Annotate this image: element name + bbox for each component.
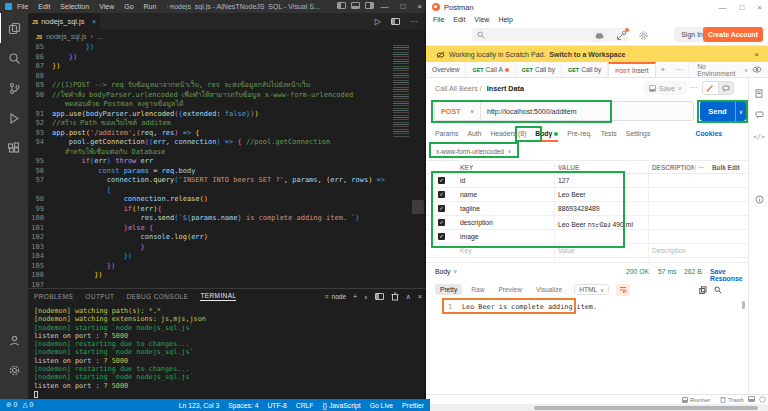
run-file-icon[interactable]: ▷	[375, 17, 381, 26]
tab-close-icon[interactable]: ×	[92, 18, 96, 25]
explorer-icon[interactable]	[0, 13, 28, 43]
panel-tab-output[interactable]: OUTPUT	[85, 293, 114, 300]
postman-menu-file[interactable]: File	[433, 16, 444, 23]
response-status-badge[interactable]: 200 OK	[626, 268, 649, 275]
panel-tab-problems[interactable]: PROBLEMS	[34, 293, 73, 300]
breadcrumb-file[interactable]: nodejs_sql.js	[46, 33, 86, 40]
breadcrumb[interactable]: JS nodejs_sql.js › ...	[28, 30, 426, 43]
placeholder-description[interactable]: Description	[652, 247, 686, 254]
postman-close-button[interactable]: ×	[757, 3, 762, 12]
row-key[interactable]: id	[460, 177, 465, 184]
settings-gear-icon[interactable]	[637, 29, 650, 42]
config-tab-auth[interactable]: Auth	[467, 130, 481, 137]
postman-menu-edit[interactable]: Edit	[453, 16, 465, 23]
banner-close-icon[interactable]: ×	[754, 50, 759, 59]
trash-button[interactable]: Trash	[720, 396, 744, 403]
breadcrumb-more[interactable]: ...	[97, 33, 103, 40]
environment-selector[interactable]: No Environment∨	[688, 62, 768, 77]
response-tab-preview[interactable]: Preview	[493, 284, 526, 295]
config-tab-headers-8-[interactable]: Headers (8)	[490, 130, 526, 137]
copy-response-icon[interactable]	[699, 286, 707, 294]
wrap-text-icon[interactable]	[616, 284, 630, 296]
form-row-name[interactable]: ✓nameLeo Beer	[426, 188, 748, 202]
tab-options-icon[interactable]: ···	[670, 62, 688, 77]
row-checkbox[interactable]: ✓	[438, 205, 445, 212]
settings-gear-icon[interactable]	[0, 355, 28, 385]
form-row-id[interactable]: ✓id127	[426, 174, 748, 188]
menu-edit[interactable]: Edit	[38, 3, 50, 10]
response-tab-pretty[interactable]: Pretty	[435, 284, 462, 295]
send-button[interactable]: Send ∨	[700, 101, 746, 121]
row-key[interactable]: tagline	[460, 205, 480, 212]
edit-pencil-icon[interactable]	[703, 82, 718, 94]
tab-nodejs-sql-js[interactable]: JS nodejs_sql.js ×	[28, 13, 100, 30]
method-selector[interactable]: POST ∨	[435, 102, 481, 120]
row-value[interactable]: 127	[558, 177, 569, 184]
panel-toggle-icon[interactable]	[748, 396, 755, 402]
comments-icon[interactable]	[749, 104, 768, 126]
toggle-panel-icon[interactable]	[351, 2, 360, 9]
switch-workspace-link[interactable]: Switch to a Workspace	[549, 51, 625, 58]
errors-indicator[interactable]: ⊘ 0	[6, 401, 17, 409]
editor-more-actions-icon[interactable]: ···	[410, 17, 418, 26]
menu-view[interactable]: View	[99, 3, 114, 10]
split-editor-icon[interactable]	[391, 18, 400, 25]
status-go-live[interactable]: Go Live	[370, 402, 393, 409]
toggle-sidebar-icon[interactable]	[337, 2, 346, 9]
toggle-secondary-sidebar-icon[interactable]	[365, 2, 374, 9]
encoding-selector[interactable]: x-www-form-urlencoded ∨	[436, 148, 512, 155]
tab-insert[interactable]: POSTInsert	[608, 62, 655, 77]
capture-requests-icon[interactable]	[615, 29, 628, 42]
postman-menu-help[interactable]: Help	[498, 16, 512, 23]
request-more-actions-icon[interactable]: ···	[690, 83, 698, 92]
row-checkbox[interactable]: ✓	[438, 177, 445, 184]
maximize-panel-icon[interactable]: ∧	[406, 293, 411, 301]
terminal-output[interactable]: [nodemon] watching path(s): *.*[nodemon]…	[34, 307, 426, 399]
split-terminal-icon[interactable]	[375, 293, 384, 300]
row-key[interactable]: name	[460, 191, 477, 198]
new-terminal-icon[interactable]: +	[353, 293, 357, 300]
status-utf-8[interactable]: UTF-8	[267, 402, 286, 409]
documentation-icon[interactable]	[749, 82, 768, 104]
account-icon[interactable]	[0, 325, 28, 355]
response-body-viewer[interactable]: 1 Leo Beer is complete adding item.	[426, 298, 748, 394]
search-response-icon[interactable]	[714, 286, 722, 294]
create-account-button[interactable]: Create Account	[703, 27, 763, 42]
extensions-icon[interactable]	[0, 133, 28, 163]
response-tab-visualize[interactable]: Visualize	[531, 284, 567, 295]
response-tab-raw[interactable]: Raw	[466, 284, 489, 295]
response-body-selector[interactable]: Body ∨	[435, 268, 457, 275]
postman-minimize-button[interactable]: —	[718, 3, 726, 12]
close-panel-icon[interactable]: ×	[418, 293, 422, 300]
config-tab-settings[interactable]: Settings	[626, 130, 651, 137]
postman-maximize-button[interactable]: □	[739, 3, 744, 12]
config-tab-params[interactable]: Params	[435, 130, 458, 137]
config-tab-pre-req-[interactable]: Pre-req.	[567, 130, 592, 137]
search-icon[interactable]	[0, 43, 28, 73]
vscode-close-button[interactable]: ×	[417, 2, 422, 11]
new-tab-button[interactable]: +	[656, 62, 671, 77]
vscode-minimize-button[interactable]: —	[380, 2, 388, 11]
response-format-selector[interactable]: HTML ∨	[574, 284, 609, 295]
response-time-badge[interactable]: 57 ms	[658, 268, 677, 275]
run-debug-icon[interactable]	[0, 103, 28, 133]
table-more-icon[interactable]: ···	[698, 164, 704, 171]
panel-tab-terminal[interactable]: TERMINAL	[200, 292, 236, 301]
tab-call-by[interactable]: GETCall by	[562, 62, 608, 77]
config-tab-body[interactable]: Body	[535, 130, 558, 137]
save-button[interactable]: Save ∨	[644, 81, 687, 95]
form-row-image[interactable]: ✓image	[426, 230, 748, 244]
row-checkbox[interactable]: ✓	[438, 233, 445, 240]
response-scrollbar[interactable]	[742, 301, 745, 309]
request-name[interactable]: Insert Data	[487, 84, 524, 93]
info-icon[interactable]	[749, 188, 768, 210]
source-control-icon[interactable]	[0, 73, 28, 103]
horizontal-scrollbar[interactable]	[426, 404, 768, 411]
status-crlf[interactable]: CRLF	[296, 402, 314, 409]
scrollbar-thumb[interactable]	[534, 406, 758, 410]
cookies-link[interactable]: Cookies	[696, 130, 722, 137]
collection-name[interactable]: Call All Beers	[435, 84, 478, 93]
row-key[interactable]: description	[460, 219, 493, 226]
status-ln-123-col-3[interactable]: Ln 123, Col 3	[179, 402, 219, 409]
url-input[interactable]: http://localhost:5000/additem	[481, 108, 577, 115]
